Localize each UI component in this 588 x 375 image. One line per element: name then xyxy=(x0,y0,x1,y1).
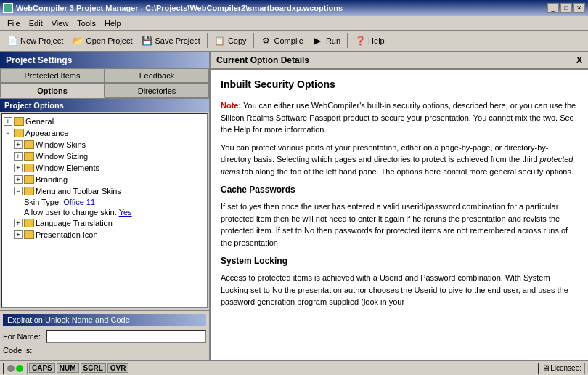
licensee-label: Licensee: xyxy=(550,364,581,372)
tab-row-1: Protected Items Feedback xyxy=(0,68,209,84)
run-label: Run xyxy=(326,36,340,45)
right-panel: Current Option Details X Inbuilt Securit… xyxy=(211,52,588,360)
right-panel-title: Current Option Details xyxy=(216,55,309,65)
tree-item-branding[interactable]: + Branding xyxy=(14,174,205,185)
folder-icon-branding xyxy=(24,175,34,184)
tree-item-presentation-icon[interactable]: + Presentation Icon xyxy=(14,229,205,241)
for-name-label: For Name: xyxy=(3,332,46,341)
compile-button[interactable]: ⚙ Compile xyxy=(257,32,307,49)
project-settings-title: Project Settings xyxy=(0,52,209,68)
tree-item-skin-type[interactable]: Skin Type: Office 11 xyxy=(24,197,205,207)
help-button[interactable]: ❓ Help xyxy=(351,32,388,49)
folder-icon-window-skins xyxy=(24,140,34,149)
right-panel-content: Inbuilt Security Options Note: You can e… xyxy=(211,70,588,360)
menu-tools[interactable]: Tools xyxy=(73,17,100,29)
new-project-label: New Project xyxy=(20,36,63,45)
allow-skin-link[interactable]: Yes xyxy=(119,208,132,217)
tab-options[interactable]: Options xyxy=(0,84,105,98)
heading-cache-passwords: Cache Passwords xyxy=(221,183,578,196)
new-project-icon: 📄 xyxy=(7,35,18,47)
label-window-sizing: Window Sizing xyxy=(36,152,88,161)
label-window-elements: Window Elements xyxy=(36,164,99,172)
toolbar-separator-1 xyxy=(207,33,208,48)
tree-item-allow-skin[interactable]: Allow user to change skin: Yes xyxy=(24,207,205,217)
status-bar: CAPS NUM SCRL OVR 🖥 Licensee: xyxy=(0,360,588,375)
copy-icon: 📋 xyxy=(214,35,226,47)
menu-bar: File Edit View Tools Help xyxy=(0,16,588,31)
toolbar-separator-3 xyxy=(347,33,348,48)
status-caps: CAPS xyxy=(29,363,55,373)
tab-protected-items[interactable]: Protected Items xyxy=(0,68,105,83)
menu-view[interactable]: View xyxy=(47,17,73,29)
save-project-button[interactable]: 💾 Save Project xyxy=(138,32,204,49)
tab-feedback[interactable]: Feedback xyxy=(105,68,209,83)
maximize-button[interactable]: □ xyxy=(560,3,572,13)
main-layout: Project Settings Protected Items Feedbac… xyxy=(0,52,588,360)
save-project-label: Save Project xyxy=(155,36,200,45)
status-scrl: SCRL xyxy=(81,363,106,373)
para1: You can protect various parts of your pr… xyxy=(221,142,578,178)
status-num: NUM xyxy=(57,363,79,373)
label-language-translation: Language Translation xyxy=(36,219,113,227)
expander-window-elements[interactable]: + xyxy=(14,164,23,172)
note-label: Note: xyxy=(221,101,241,110)
save-project-icon: 💾 xyxy=(142,35,153,47)
para2: If set to yes then once the user has ent… xyxy=(221,201,578,249)
label-menu-toolbar-skins: Menu and Toolbar Skins xyxy=(36,187,121,195)
tree-item-window-elements[interactable]: + Window Elements xyxy=(14,162,205,174)
menu-help[interactable]: Help xyxy=(100,17,126,29)
expander-branding[interactable]: + xyxy=(14,175,23,184)
expander-language-translation[interactable]: + xyxy=(14,219,23,227)
expander-presentation-icon[interactable]: + xyxy=(14,230,23,239)
tree-item-window-skins[interactable]: + Window Skins xyxy=(14,139,205,150)
label-skin-type: Skin Type: xyxy=(24,198,63,206)
help-label: Help xyxy=(368,36,385,45)
copy-button[interactable]: 📋 Copy xyxy=(211,32,250,49)
note-paragraph: Note: You can either use WebCompiler's b… xyxy=(221,100,578,136)
tree-area[interactable]: + General − Appearance + Window Skins xyxy=(1,113,208,308)
open-project-button[interactable]: 📂 Open Project xyxy=(68,32,136,49)
for-name-input[interactable] xyxy=(46,330,206,343)
para3: Access to protected items is achieved wi… xyxy=(221,272,578,308)
tab-directories[interactable]: Directories xyxy=(105,84,209,98)
licensee-icon: 🖥 xyxy=(542,363,550,374)
tree-item-window-sizing[interactable]: + Window Sizing xyxy=(14,150,205,162)
menu-edit[interactable]: Edit xyxy=(25,17,47,29)
code-is-label: Code is: xyxy=(3,346,46,355)
left-panel: Project Settings Protected Items Feedbac… xyxy=(0,52,211,360)
open-project-label: Open Project xyxy=(86,36,132,45)
expander-window-sizing[interactable]: + xyxy=(14,152,23,161)
tree-item-appearance[interactable]: − Appearance xyxy=(4,127,205,139)
expander-appearance[interactable]: − xyxy=(4,129,12,137)
skin-type-link[interactable]: Office 11 xyxy=(63,198,95,206)
new-project-button[interactable]: 📄 New Project xyxy=(3,32,67,49)
expander-menu-toolbar-skins[interactable]: − xyxy=(14,187,23,195)
right-panel-close[interactable]: X xyxy=(576,55,582,65)
compile-icon: ⚙ xyxy=(261,35,272,47)
tree-item-language-translation[interactable]: + Language Translation xyxy=(14,217,205,229)
folder-icon-window-sizing xyxy=(24,152,34,161)
heading-system-locking: System Locking xyxy=(221,254,578,267)
unlock-section: Expiration Unlock Name and Code For Name… xyxy=(0,310,209,360)
status-ovr: OVR xyxy=(107,363,129,373)
run-button[interactable]: ▶ Run xyxy=(309,32,344,49)
window-controls: _ □ ✕ xyxy=(547,3,585,13)
expander-general[interactable]: + xyxy=(4,117,12,126)
tree-item-general[interactable]: + General xyxy=(4,116,205,127)
tree-item-menu-toolbar-skins[interactable]: − Menu and Toolbar Skins xyxy=(14,185,205,197)
led-green xyxy=(16,365,23,372)
folder-icon-menu-toolbar-skins xyxy=(24,187,34,195)
copy-label: Copy xyxy=(228,36,247,45)
close-button[interactable]: ✕ xyxy=(573,3,585,13)
folder-icon-language-translation xyxy=(24,219,34,227)
menu-file[interactable]: File xyxy=(3,17,25,29)
folder-icon-appearance xyxy=(14,129,24,137)
help-icon: ❓ xyxy=(354,35,366,47)
code-is-row: Code is: xyxy=(3,346,206,355)
compile-label: Compile xyxy=(274,36,303,45)
label-appearance: Appearance xyxy=(25,129,68,137)
expander-window-skins[interactable]: + xyxy=(14,140,23,149)
minimize-button[interactable]: _ xyxy=(547,3,559,13)
status-leds xyxy=(3,363,28,374)
label-presentation-icon: Presentation Icon xyxy=(36,230,98,239)
